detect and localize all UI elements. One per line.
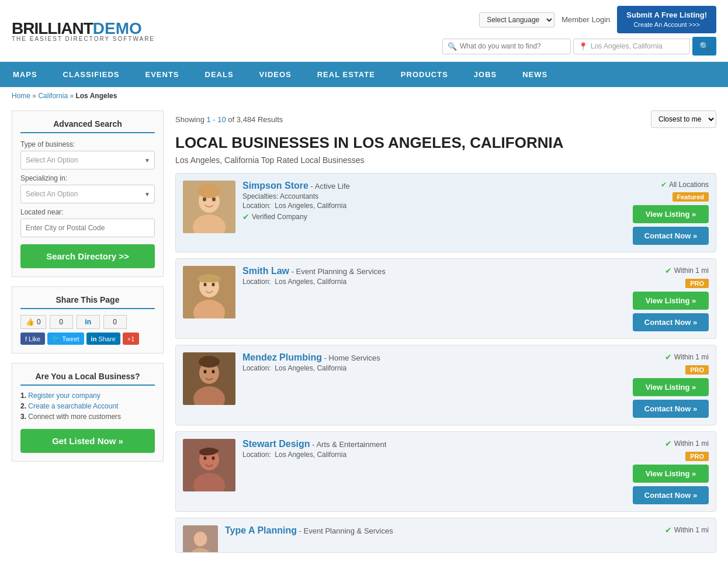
listing-card: Smith Law - Event Planning & Services Lo… [175,258,716,339]
results-range-link[interactable]: 1 - 10 [206,115,226,124]
local-business-section: Are You a Local Business? 1. Register yo… [12,363,164,462]
located-label: Located near: [20,208,155,216]
nav-item-news[interactable]: NEWS [509,62,560,87]
pro-badge: PRO [685,365,709,375]
within-mi-badge: ✔ Within 1 mi [665,266,709,275]
svg-point-15 [212,370,215,373]
breadcrumb-state[interactable]: California [38,92,68,100]
person-avatar [183,181,235,233]
advanced-search-section: Advanced Search Type of business: Select… [12,110,164,277]
verified-text: Verified Company [252,213,307,221]
share-section: Share This Page 👍 0 0 in 0 f Like 🐦 [12,286,164,354]
person-avatar [183,352,235,405]
listing-location: Location: Los Angeles, California [242,202,614,210]
contact-now-button[interactable]: Contact Now » [633,400,709,418]
logo-brilliant: BRILLIANT [12,19,93,37]
within-check-icon: ✔ [665,439,672,448]
nav-item-classifieds[interactable]: CLASSIFIEDS [50,62,133,87]
listing-body: Type A Planning - Event Planning & Servi… [225,525,614,536]
share-title: Share This Page [20,295,155,309]
svg-point-23 [194,532,207,546]
nav-item-jobs[interactable]: JOBS [461,62,509,87]
header-top-row: Select Language Member Login Submit A Fr… [479,6,716,33]
nav-item-deals[interactable]: DEALS [192,62,247,87]
twitter-tweet-button[interactable]: 🐦 Tweet [47,333,84,345]
contact-now-button[interactable]: Contact Now » [633,313,709,331]
contact-now-button[interactable]: Contact Now » [633,227,709,245]
search-what-input[interactable] [460,42,566,50]
fb-icon: f [25,335,27,342]
listing-name[interactable]: Stewart Design [242,439,310,449]
breadcrumb-city: Los Angeles [75,92,117,100]
listing-name[interactable]: Mendez Plumbing [242,352,322,362]
thumb-icon: 👍 [26,318,34,326]
listing-body: Mendez Plumbing - Home Services Location… [242,352,614,372]
search-go-icon: 🔍 [699,41,709,51]
language-select[interactable]: Select Language [479,12,554,27]
nav-item-products[interactable]: PRODUCTS [388,62,461,87]
page-title: LOCAL BUSINESSES IN LOS ANGELES, CALIFOR… [175,134,716,152]
view-listing-button[interactable]: View Listing » [633,465,709,483]
gplus-button[interactable]: +1 [123,333,140,345]
sort-select[interactable]: Closest to me [651,110,716,128]
view-listing-button[interactable]: View Listing » [633,378,709,396]
listing-actions: ✔ Within 1 mi PRO View Listing » Contact… [621,266,709,331]
contact-now-button[interactable]: Contact Now » [633,486,709,504]
get-listed-button[interactable]: Get Listed Now » [20,429,155,453]
within-mi-badge: ✔ Within 1 mi [665,525,709,535]
list-item: 1. Register your company [20,390,155,401]
listing-name[interactable]: Smith Law [242,266,289,276]
search-directory-button[interactable]: Search Directory >> [20,244,155,268]
svg-point-16 [199,356,220,368]
search-row: 🔍 📍 🔍 [442,37,716,56]
listing-category: - Event Planning & Services [299,527,393,535]
pro-badge: PRO [685,452,709,461]
facebook-like-button[interactable]: f Like [20,333,45,345]
type-select[interactable]: Select An Option [20,151,155,169]
svg-point-14 [204,370,207,373]
located-input[interactable] [20,219,155,237]
view-listing-button[interactable]: View Listing » [633,292,709,310]
search-go-button[interactable]: 🔍 [692,37,716,56]
svg-point-10 [212,283,215,286]
nav-item-videos[interactable]: VIDEOS [247,62,304,87]
main-nav: MAPS CLASSIFIEDS EVENTS DEALS VIDEOS REA… [0,62,728,87]
logo-demo: DEMO [93,19,142,37]
listing-image [183,181,235,233]
listing-actions: ✔ All Locations Featured View Listing » … [621,181,709,245]
listing-card: Type A Planning - Event Planning & Servi… [175,518,716,553]
local-list: 1. Register your company 2. Create a sea… [20,390,155,422]
pro-badge: PRO [685,279,709,288]
results-header: Showing 1 - 10 of 3,484 Results Closest … [175,110,716,128]
listing-location: Location: Los Angeles, California [242,364,614,372]
in-icon: in [91,335,97,342]
listing-body: Simpson Store - Active Life Specialties:… [242,181,614,221]
listing-actions: ✔ Within 1 mi PRO View Listing » Contact… [621,352,709,418]
share-buttons: f Like 🐦 Tweet in Share +1 [20,333,155,345]
listing-name[interactable]: Simpson Store [242,181,308,191]
breadcrumb-home[interactable]: Home [12,92,30,100]
linkedin-count: in [77,315,100,329]
specializing-select[interactable]: Select An Option [20,185,155,203]
nav-item-maps[interactable]: MAPS [0,62,50,87]
within-mi-badge: ✔ Within 1 mi [665,439,709,448]
breadcrumb: Home » California » Los Angeles [0,87,728,105]
location-check-icon: ✔ [661,181,667,189]
within-check-icon: ✔ [665,525,672,535]
nav-item-events[interactable]: EVENTS [133,62,192,87]
member-login-link[interactable]: Member Login [561,15,610,24]
listing-image [183,525,218,553]
listing-image [183,352,235,405]
search-where-input[interactable] [591,42,685,50]
listing-image [183,439,235,491]
submit-listing-button[interactable]: Submit A Free Listing! Create An Account… [617,6,716,33]
list-item: 2. Create a searchable Account [20,401,155,411]
person-avatar [183,439,235,491]
view-listing-button[interactable]: View Listing » [633,205,709,223]
nav-item-real-estate[interactable]: REAL ESTATE [304,62,388,87]
linkedin-share-button[interactable]: in Share [86,333,120,345]
listing-body: Stewart Design - Arts & Entertainment Lo… [242,439,614,459]
listing-name[interactable]: Type A Planning [225,525,297,535]
listing-location: Location: Los Angeles, California [242,278,614,286]
listing-card: Simpson Store - Active Life Specialties:… [175,173,716,252]
